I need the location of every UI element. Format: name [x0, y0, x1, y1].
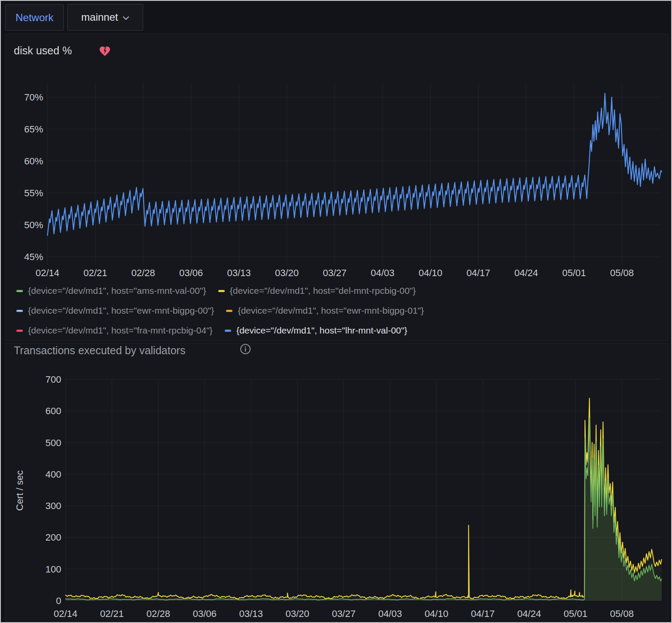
- x-tick-label: 04/17: [471, 608, 495, 619]
- legend-series-label: {device="/dev/md1", host="fra-mnt-rpcbig…: [28, 325, 213, 336]
- x-tick-label: 05/08: [610, 267, 634, 278]
- y-tick-label: 400: [45, 469, 61, 480]
- legend-row: {device="/dev/md1", host="ams-mnt-val-00…: [5, 281, 669, 301]
- panel-title-disk-used[interactable]: disk used %: [14, 44, 72, 57]
- legend-series-label: {device="/dev/md1", host="lhr-mnt-val-00…: [236, 325, 407, 336]
- legend-series-chip: [225, 330, 231, 332]
- legend-series-chip: [16, 310, 23, 312]
- x-tick-label: 04/24: [514, 267, 538, 278]
- legend-row: {device="/dev/md1", host="fra-mnt-rpcbig…: [5, 321, 669, 340]
- legend-item[interactable]: {device="/dev/md1", host="ewr-mnt-bigpg-…: [226, 305, 424, 316]
- x-tick-label: 03/13: [239, 608, 263, 619]
- x-tick-label: 02/14: [35, 267, 59, 278]
- legend-item[interactable]: {device="/dev/md1", host="del-mnt-rpcbig…: [218, 286, 416, 296]
- x-tick-label: 03/06: [179, 267, 203, 278]
- transactions-chart[interactable]: 02/1402/2102/2803/0603/1303/2003/2704/03…: [5, 372, 669, 622]
- heart-break-icon: [98, 45, 111, 59]
- x-tick-label: 05/01: [562, 267, 586, 278]
- y-tick-label: 0: [56, 595, 61, 606]
- x-tick-label: 03/13: [227, 267, 251, 278]
- x-tick-label: 04/03: [371, 267, 394, 278]
- series-area-series-green: [66, 418, 662, 601]
- network-variable-label-box: Network: [5, 4, 64, 31]
- y-tick-label: 65%: [24, 124, 43, 135]
- legend-series-chip: [16, 290, 23, 292]
- x-tick-label: 02/14: [53, 608, 77, 619]
- y-tick-label: 700: [45, 374, 61, 385]
- x-tick-label: 03/20: [286, 608, 309, 619]
- panel-title-transactions[interactable]: Transactions executed by validators: [14, 344, 185, 357]
- x-tick-label: 02/21: [83, 267, 107, 278]
- x-tick-label: 05/01: [564, 608, 587, 619]
- series-line-{device="/dev/md1", host="lhr-mnt-val-00"}: [47, 93, 662, 235]
- x-tick-label: 05/08: [610, 608, 634, 619]
- legend-series-label: {device="/dev/md1", host="del-mnt-rpcbig…: [230, 286, 416, 296]
- legend-series-chip: [16, 330, 23, 332]
- legend-item[interactable]: {device="/dev/md1", host="lhr-mnt-val-00…: [225, 325, 407, 336]
- legend-series-label: {device="/dev/md1", host="ewr-mnt-bigpg-…: [238, 305, 424, 316]
- x-tick-label: 04/24: [517, 608, 541, 619]
- y-tick-label: 55%: [24, 188, 43, 198]
- legend-series-chip: [218, 290, 225, 292]
- network-variable-value[interactable]: mainnet: [81, 11, 118, 23]
- legend-item[interactable]: {device="/dev/md1", host="ams-mnt-val-00…: [16, 286, 206, 296]
- x-tick-label: 04/10: [418, 267, 442, 278]
- network-variable-dropdown[interactable]: mainnet: [67, 4, 143, 31]
- y-tick-label: 500: [45, 437, 61, 448]
- x-tick-label: 03/27: [332, 608, 355, 619]
- y-tick-label: 300: [45, 500, 61, 511]
- chevron-down-icon: [122, 14, 129, 22]
- legend-series-label: {device="/dev/md1", host="ams-mnt-val-00…: [28, 286, 206, 296]
- x-tick-label: 02/28: [131, 267, 155, 278]
- legend-item[interactable]: {device="/dev/md1", host="ewr-mnt-bigpg-…: [16, 305, 214, 316]
- y-tick-label: 600: [45, 406, 61, 416]
- y-tick-label: 50%: [24, 220, 43, 230]
- y-tick-label: 45%: [24, 252, 43, 262]
- x-tick-label: 04/03: [378, 608, 402, 619]
- y-tick-label: 70%: [24, 92, 43, 103]
- y-tick-label: 100: [45, 564, 61, 575]
- series-line-series-green: [66, 418, 662, 600]
- y-tick-label: 200: [45, 532, 61, 543]
- x-tick-label: 03/06: [193, 608, 217, 619]
- x-tick-label: 03/20: [275, 267, 298, 278]
- grafana-dashboard: Network mainnet disk used % 02/1402/2102…: [0, 0, 672, 623]
- legend-row: {device="/dev/md1", host="ewr-mnt-bigpg-…: [5, 301, 669, 321]
- legend-item[interactable]: {device="/dev/md1", host="fra-mnt-rpcbig…: [16, 325, 213, 336]
- info-icon[interactable]: [239, 343, 251, 357]
- x-tick-label: 02/28: [146, 608, 170, 619]
- disk-used-legend: {device="/dev/md1", host="ams-mnt-val-00…: [5, 281, 669, 340]
- legend-series-label: {device="/dev/md1", host="ewr-mnt-bigpg-…: [28, 305, 214, 316]
- x-tick-label: 04/17: [466, 267, 490, 278]
- series-area-series-yellow: [66, 398, 662, 601]
- network-variable-label: Network: [16, 12, 53, 24]
- legend-series-chip: [226, 310, 232, 312]
- disk-used-chart[interactable]: 02/1402/2102/2803/0603/1303/2003/2704/03…: [5, 70, 669, 286]
- y-tick-label: 60%: [24, 156, 43, 167]
- x-tick-label: 04/10: [424, 608, 448, 619]
- x-tick-label: 03/27: [323, 267, 346, 278]
- x-tick-label: 02/21: [100, 608, 124, 619]
